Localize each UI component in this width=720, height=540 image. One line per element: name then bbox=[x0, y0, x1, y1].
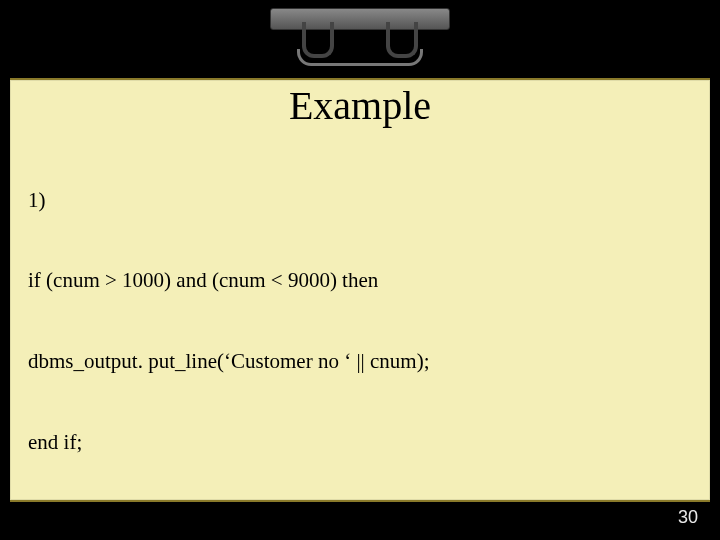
slide-stage: Example 1) if (cnum > 1000) and (cnum < … bbox=[0, 0, 720, 540]
page-number: 30 bbox=[678, 507, 698, 528]
code-line: 2) bbox=[28, 509, 692, 536]
code-line: dbms_output. put_line(‘Customer no ‘ || … bbox=[28, 348, 692, 375]
code-line: end if; bbox=[28, 429, 692, 456]
clipboard-clip bbox=[270, 0, 450, 60]
clip-ring bbox=[297, 49, 423, 66]
slide-title: Example bbox=[28, 82, 692, 129]
code-block: 1) if (cnum > 1000) and (cnum < 9000) th… bbox=[28, 133, 692, 540]
code-line: 1) bbox=[28, 187, 692, 214]
clip-bar bbox=[270, 8, 450, 30]
code-line: if (cnum > 1000) and (cnum < 9000) then bbox=[28, 267, 692, 294]
paper-area: Example 1) if (cnum > 1000) and (cnum < … bbox=[10, 78, 710, 502]
